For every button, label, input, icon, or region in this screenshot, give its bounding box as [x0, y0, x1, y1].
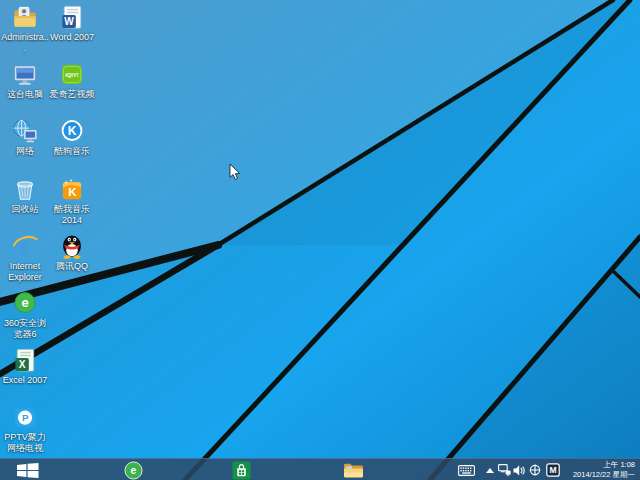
- taskbar-windows-store-button[interactable]: [228, 459, 254, 480]
- user-folder-icon: [11, 4, 39, 31]
- icon-label: Word 2007: [50, 32, 94, 43]
- desktop-icon-excel-2007[interactable]: X Excel 2007: [1, 347, 49, 386]
- windows-logo-icon: [17, 463, 39, 478]
- desktop-icon-tencent-qq[interactable]: 腾讯QQ: [48, 233, 96, 272]
- taskbar-360-browser-button[interactable]: e: [120, 459, 146, 480]
- globe-crosshair-icon[interactable]: [527, 459, 542, 480]
- word-document-icon: W: [58, 4, 86, 31]
- desktop-icon-administrator[interactable]: Administra...: [1, 4, 49, 53]
- svg-text:K: K: [68, 124, 77, 138]
- chevron-up-icon: [486, 468, 494, 473]
- desktop-icon-360-browser[interactable]: e 360安全浏览器6: [1, 290, 49, 339]
- excel-document-icon: X: [11, 347, 39, 374]
- icon-label: Excel 2007: [3, 375, 48, 386]
- svg-text:X: X: [19, 359, 26, 370]
- iqiyi-logo-icon: iQIY!: [58, 61, 86, 88]
- desktop-icon-kugou[interactable]: K 酷狗音乐: [48, 118, 96, 157]
- icon-label: Internet Explorer: [1, 261, 49, 282]
- svg-text:W: W: [64, 16, 74, 27]
- keyboard-glyph: [458, 465, 475, 476]
- desktop-icon-word-2007[interactable]: W Word 2007: [48, 4, 96, 43]
- desktop-icon-this-pc[interactable]: 这台电脑: [1, 61, 49, 100]
- volume-icon[interactable]: [511, 459, 526, 480]
- icon-label: 爱奇艺视频: [50, 89, 95, 100]
- taskbar: e: [0, 458, 640, 480]
- desktop-icon-network[interactable]: 网络: [1, 118, 49, 157]
- svg-text:e: e: [130, 465, 136, 476]
- svg-text:K: K: [68, 186, 77, 198]
- clock-date: 2014/12/22 星期一: [573, 470, 635, 480]
- svg-text:M: M: [549, 465, 556, 475]
- icon-label: 酷狗音乐: [54, 146, 90, 157]
- desktop-icon-kuwo[interactable]: K 酷我音乐 2014: [48, 176, 96, 225]
- icon-label: 这台电脑: [7, 89, 43, 100]
- icon-label: 腾讯QQ: [56, 261, 88, 272]
- ime-m-indicator[interactable]: M: [544, 459, 561, 480]
- qq-penguin-icon: [58, 233, 86, 260]
- clock-time: 上午 1:08: [573, 460, 635, 470]
- desktop-icon-iqiyi[interactable]: iQIY! 爱奇艺视频: [48, 61, 96, 100]
- desktop: Administra... W Word 2007 这台电脑 iQIY! 爱奇艺…: [0, 0, 640, 480]
- taskbar-clock[interactable]: 上午 1:08 2014/12/22 星期一: [573, 460, 635, 480]
- network-globe-icon: [11, 118, 39, 145]
- touch-keyboard-icon[interactable]: [455, 459, 477, 480]
- svg-text:iQIY!: iQIY!: [65, 72, 79, 78]
- icon-label: 网络: [16, 146, 34, 157]
- recycle-bin-icon: [11, 176, 39, 203]
- start-button[interactable]: [14, 459, 42, 480]
- file-explorer-folder-icon: [343, 462, 364, 479]
- kuwo-k-box-icon: K: [58, 176, 86, 203]
- ime-m-box-glyph: M: [546, 463, 560, 477]
- windows-store-icon: [232, 461, 251, 480]
- icon-label: PPTV聚力 网络电视: [1, 432, 49, 453]
- icon-label: Administra...: [1, 32, 49, 53]
- desktop-icon-internet-explorer[interactable]: e Internet Explorer: [1, 233, 49, 282]
- internet-explorer-icon: e: [11, 233, 39, 260]
- speaker-glyph: [513, 465, 525, 476]
- circle-cross-glyph: [529, 464, 541, 476]
- taskbar-file-explorer-button[interactable]: [340, 459, 366, 480]
- computer-monitor-icon: [11, 61, 39, 88]
- icon-label: 360安全浏览器6: [1, 318, 49, 339]
- desktop-icon-recycle-bin[interactable]: 回收站: [1, 176, 49, 215]
- kugou-k-circle-icon: K: [58, 118, 86, 145]
- 360-browser-icon: e: [11, 290, 39, 317]
- wallpaper-image: [0, 0, 640, 480]
- icon-label: 酷我音乐 2014: [48, 204, 96, 225]
- icon-label: 回收站: [12, 204, 39, 215]
- 360-browser-icon: e: [124, 461, 143, 480]
- desktop-icon-pptv[interactable]: P PPTV聚力 网络电视: [1, 404, 49, 453]
- pptv-logo-icon: P: [11, 404, 39, 431]
- show-hidden-icons-button[interactable]: [483, 459, 497, 480]
- svg-text:P: P: [22, 412, 29, 423]
- network-computer-glyph: [498, 464, 511, 476]
- svg-text:e: e: [21, 295, 28, 310]
- network-tray-icon[interactable]: [496, 459, 512, 480]
